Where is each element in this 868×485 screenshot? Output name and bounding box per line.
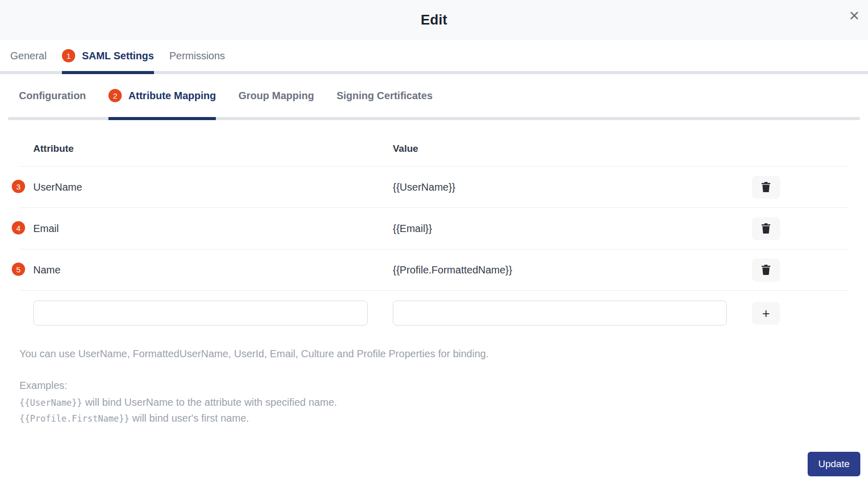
delete-row-button[interactable]	[752, 176, 780, 199]
main-tab-bar: General 1 SAML Settings Permissions	[0, 40, 868, 74]
tab-general[interactable]: General	[10, 40, 47, 74]
value-cell: {{Profile.FormattedName}}	[393, 264, 752, 276]
dialog-title: Edit	[421, 12, 448, 28]
trash-icon	[762, 182, 770, 192]
saml-sub-tab-bar: Configuration 2 Attribute Mapping Group …	[8, 74, 860, 120]
trash-icon	[762, 223, 770, 234]
attribute-cell: Email	[19, 223, 393, 235]
binding-note: You can use UserName, FormattedUserName,…	[19, 348, 849, 360]
example-code: {{Profile.FirstName}}	[19, 413, 129, 424]
dialog-header: Edit ✕	[0, 0, 868, 40]
close-icon[interactable]: ✕	[849, 9, 860, 22]
tab-saml-settings-label: SAML Settings	[82, 50, 154, 62]
attribute-cell: Name	[19, 264, 393, 276]
subtab-attribute-mapping[interactable]: 2 Attribute Mapping	[108, 74, 216, 120]
attribute-column-header: Attribute	[19, 143, 393, 154]
edit-dialog: Edit ✕ General 1 SAML Settings Permissio…	[0, 0, 868, 485]
example-line: {{Profile.FirstName}} will bind user's f…	[19, 410, 849, 426]
annotation-badge-2: 2	[108, 89, 122, 102]
table-header-row: Attribute Value	[19, 131, 849, 167]
attribute-cell: UserName	[19, 181, 393, 193]
value-cell: {{UserName}}	[393, 181, 752, 193]
example-line: {{UserName}} will bind UserName to the a…	[19, 395, 849, 410]
tab-permissions-label: Permissions	[169, 50, 225, 62]
binding-help: You can use UserName, FormattedUserName,…	[19, 348, 849, 426]
subtab-attribute-mapping-label: Attribute Mapping	[128, 90, 216, 102]
example-code: {{UserName}}	[19, 398, 82, 408]
example-text: will bind user's first name.	[129, 412, 249, 424]
table-row: 3 UserName {{UserName}}	[19, 167, 849, 208]
example-text: will bind UserName to the attribute with…	[82, 397, 337, 408]
new-mapping-row: +	[19, 291, 849, 326]
new-value-input[interactable]	[393, 301, 727, 326]
subtab-configuration-label: Configuration	[19, 90, 86, 102]
subtab-configuration[interactable]: Configuration	[19, 74, 86, 120]
annotation-badge-3: 3	[12, 180, 25, 193]
annotation-badge-1: 1	[62, 49, 75, 62]
annotation-badge-4: 4	[12, 221, 25, 235]
attribute-mapping-table: Attribute Value 3 UserName {{UserName}} …	[19, 131, 849, 326]
tab-permissions[interactable]: Permissions	[169, 40, 225, 74]
tab-saml-settings[interactable]: 1 SAML Settings	[62, 40, 154, 74]
value-column-header: Value	[393, 143, 752, 154]
update-button[interactable]: Update	[808, 452, 860, 476]
subtab-signing-certificates-label: Signing Certificates	[337, 90, 433, 102]
new-attribute-input[interactable]	[33, 301, 368, 326]
subtab-group-mapping-label: Group Mapping	[238, 90, 314, 102]
plus-icon: +	[762, 307, 770, 320]
subtab-signing-certificates[interactable]: Signing Certificates	[337, 74, 433, 120]
value-cell: {{Email}}	[393, 223, 752, 235]
add-row-button[interactable]: +	[752, 302, 780, 325]
annotation-badge-5: 5	[12, 263, 25, 276]
subtab-group-mapping[interactable]: Group Mapping	[238, 74, 314, 120]
examples-label: Examples:	[19, 380, 849, 391]
table-row: 5 Name {{Profile.FormattedName}}	[19, 249, 849, 291]
tab-general-label: General	[10, 50, 47, 62]
delete-row-button[interactable]	[752, 217, 780, 240]
trash-icon	[762, 265, 770, 275]
delete-row-button[interactable]	[752, 259, 780, 282]
table-row: 4 Email {{Email}}	[19, 208, 849, 249]
